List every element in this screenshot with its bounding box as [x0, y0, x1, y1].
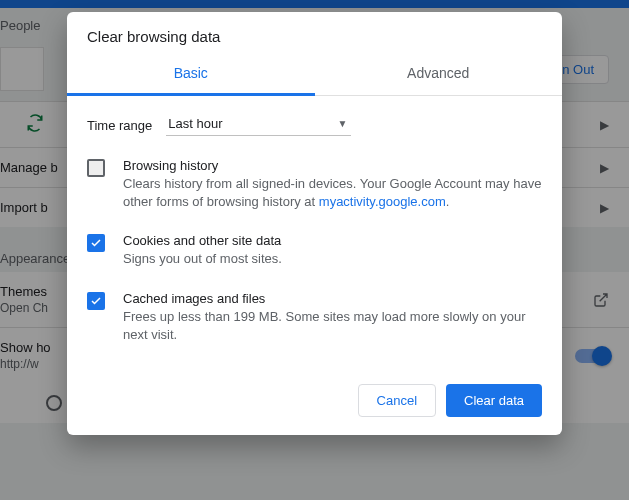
modal-overlay: Clear browsing data Basic Advanced Time …	[0, 0, 629, 500]
time-range-select[interactable]: Last hour ▼	[166, 114, 351, 136]
cache-checkbox[interactable]	[87, 292, 105, 310]
cache-title: Cached images and files	[123, 291, 542, 306]
browsing-history-title: Browsing history	[123, 158, 542, 173]
tab-advanced[interactable]: Advanced	[315, 53, 563, 95]
option-cache: Cached images and files Frees up less th…	[87, 291, 542, 344]
browsing-history-checkbox[interactable]	[87, 159, 105, 177]
dialog-tabs: Basic Advanced	[67, 53, 562, 96]
dropdown-caret-icon: ▼	[337, 118, 347, 129]
myactivity-link[interactable]: myactivity.google.com	[319, 194, 446, 209]
cookies-title: Cookies and other site data	[123, 233, 542, 248]
cookies-checkbox[interactable]	[87, 234, 105, 252]
cancel-button[interactable]: Cancel	[358, 384, 436, 417]
time-range-value: Last hour	[168, 116, 222, 131]
dialog-title: Clear browsing data	[67, 12, 562, 53]
checkmark-icon	[90, 237, 102, 249]
checkmark-icon	[90, 295, 102, 307]
cache-description: Frees up less than 199 MB. Some sites ma…	[123, 308, 542, 344]
browsing-history-description: Clears history from all signed-in device…	[123, 175, 542, 211]
time-range-label: Time range	[87, 118, 152, 133]
clear-data-button[interactable]: Clear data	[446, 384, 542, 417]
cookies-description: Signs you out of most sites.	[123, 250, 542, 268]
option-cookies: Cookies and other site data Signs you ou…	[87, 233, 542, 268]
clear-browsing-data-dialog: Clear browsing data Basic Advanced Time …	[67, 12, 562, 435]
tab-basic[interactable]: Basic	[67, 53, 315, 96]
option-browsing-history: Browsing history Clears history from all…	[87, 158, 542, 211]
